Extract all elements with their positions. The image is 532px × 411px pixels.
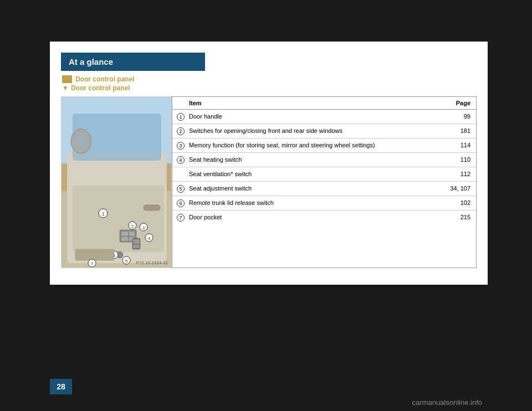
row-item: Switches for opening/closing front and r…: [185, 124, 446, 138]
row-num: 3: [172, 138, 185, 153]
row-page: 215: [446, 210, 476, 224]
items-table-container: Item Page 1Door handle992Switches for op…: [172, 96, 477, 268]
col-num-header: [172, 97, 185, 110]
page-number: 28: [57, 382, 65, 391]
page-content: At a glance Door control panel ▼ Door co…: [50, 42, 488, 285]
row-page: 181: [446, 124, 476, 138]
table-row: 5Seat adjustment switch34, 107: [172, 181, 476, 196]
table-row: 4Seat heating switch110: [172, 153, 476, 167]
row-num: [172, 167, 185, 182]
section-title: At a glance: [69, 57, 113, 66]
breadcrumb-parent: Door control panel: [61, 75, 477, 83]
watermark: carmanualsonline.info: [412, 398, 482, 407]
breadcrumb-child-text: Door control panel: [71, 84, 130, 92]
door-diagram-image: 1 2 3 4: [61, 96, 172, 268]
table-row: 1Door handle99: [172, 110, 476, 124]
svg-rect-8: [144, 205, 160, 210]
svg-rect-4: [73, 186, 164, 252]
svg-text:4: 4: [148, 236, 151, 241]
table-row: Seat ventilation* switch112: [172, 167, 476, 182]
svg-text:2: 2: [131, 224, 134, 229]
row-item: Door handle: [185, 110, 446, 124]
items-table: Item Page 1Door handle992Switches for op…: [172, 97, 476, 224]
row-page: 112: [446, 167, 476, 182]
content-area: 1 2 3 4: [61, 96, 477, 268]
breadcrumb-box: [62, 75, 72, 83]
svg-point-7: [74, 132, 88, 150]
row-item: Door pocket: [185, 210, 446, 224]
table-row: 3Memory function (for storing seat, mirr…: [172, 138, 476, 153]
row-page: 34, 107: [446, 181, 476, 196]
svg-text:3: 3: [142, 225, 145, 230]
svg-rect-22: [133, 245, 140, 248]
col-item-header: Item: [185, 97, 446, 110]
svg-text:1: 1: [101, 211, 104, 217]
row-page: 114: [446, 138, 476, 153]
row-num: 2: [172, 124, 185, 138]
row-page: 110: [446, 153, 476, 167]
table-row: 7Door pocket215: [172, 210, 476, 224]
page-number-badge: 28: [50, 379, 72, 394]
svg-rect-12: [121, 232, 128, 236]
row-item: Memory function (for storing seat, mirro…: [185, 138, 446, 153]
row-num: 6: [172, 196, 185, 210]
image-caption: P72.10-2324-31: [136, 260, 168, 265]
row-num: 7: [172, 210, 185, 224]
table-row: 6Remote trunk lid release switch102: [172, 196, 476, 210]
section-header: At a glance: [61, 53, 205, 71]
row-num: 5: [172, 181, 185, 196]
table-row: 2Switches for opening/closing front and …: [172, 124, 476, 138]
breadcrumb-child: ▼ Door control panel: [61, 84, 477, 92]
row-item: Seat ventilation* switch: [185, 167, 446, 182]
svg-rect-13: [129, 232, 135, 236]
sub-arrow-icon: ▼: [62, 84, 69, 92]
row-item: Remote trunk lid release switch: [185, 196, 446, 210]
svg-rect-30: [75, 249, 114, 260]
col-page-header: Page: [446, 97, 476, 110]
row-item: Seat adjustment switch: [185, 181, 446, 196]
svg-text:7: 7: [91, 261, 94, 266]
row-num: 1: [172, 110, 185, 124]
row-num: 4: [172, 153, 185, 167]
svg-rect-14: [121, 237, 128, 241]
svg-text:5: 5: [125, 259, 128, 264]
svg-rect-21: [133, 239, 140, 244]
row-page: 102: [446, 196, 476, 210]
row-page: 99: [446, 110, 476, 124]
breadcrumb-parent-text: Door control panel: [75, 75, 135, 83]
row-item: Seat heating switch: [185, 153, 446, 167]
